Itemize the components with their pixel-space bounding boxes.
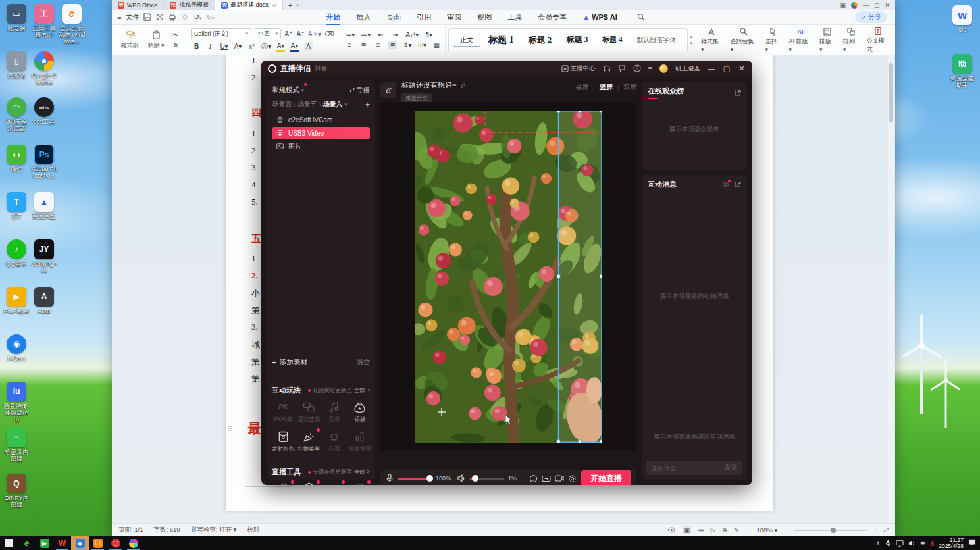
- format-painter-button[interactable]: 格式刷: [118, 30, 141, 50]
- mode-select[interactable]: 常规模式 ▾: [272, 86, 307, 95]
- source-item-图片[interactable]: 图片: [272, 140, 370, 153]
- ribbon-tool-选择[interactable]: 选择 ▾: [762, 27, 785, 53]
- tray-ime-icon[interactable]: ≑: [920, 539, 925, 547]
- ribbon-tab-工具[interactable]: 工具: [500, 10, 530, 25]
- desktop-icon-brown[interactable]: QQINPY内部版: [3, 474, 30, 508]
- taskbar-browser-360[interactable]: e: [18, 536, 36, 550]
- ribbon-tool-排列[interactable]: 排列 ▾: [840, 27, 862, 53]
- font-color-button[interactable]: A▾: [290, 41, 299, 52]
- outdent-button[interactable]: ⇤: [376, 30, 385, 39]
- wps-doc-tab-tpl[interactable]: 找找稿壳模板: [164, 0, 215, 10]
- stream-title[interactable]: 标题还没有想好~: [401, 80, 456, 90]
- style-item[interactable]: 默认段落字体: [631, 34, 683, 46]
- print-icon[interactable]: [168, 13, 176, 21]
- popout-icon[interactable]: [734, 181, 741, 188]
- popout-icon[interactable]: [734, 89, 741, 97]
- tools-all-link[interactable]: 全部 >: [354, 468, 370, 476]
- scene-tab-3[interactable]: 场景六: [323, 100, 343, 109]
- settings-icon[interactable]: [568, 474, 577, 483]
- taskbar-jianying[interactable]: [124, 536, 142, 550]
- tray-sogou-icon[interactable]: S: [930, 539, 934, 547]
- style-item[interactable]: 标题 1: [482, 33, 521, 47]
- ribbon-tab-插入[interactable]: 插入: [348, 10, 378, 25]
- interact-定时红包[interactable]: 定时红包: [271, 430, 296, 453]
- desktop-icon-pc[interactable]: ▭此电脑: [3, 4, 30, 32]
- save-icon[interactable]: [143, 13, 151, 21]
- desktop-icon-wpsw[interactable]: Wuid: [948, 5, 976, 33]
- scene-tab-1[interactable]: 场景四: [272, 100, 292, 109]
- interact-礼物投票[interactable]: 礼物投票: [347, 430, 373, 453]
- justify-button[interactable]: ≣: [388, 41, 397, 49]
- anchor-center-button[interactable]: 主播中心: [561, 64, 596, 73]
- edit-title-icon[interactable]: [459, 82, 466, 89]
- source-item-usb3-video[interactable]: USB3 Video: [272, 127, 370, 139]
- numbering-button[interactable]: ≕▾: [361, 30, 371, 39]
- indent-button[interactable]: ⇥: [391, 30, 400, 39]
- speaker-icon[interactable]: [457, 474, 466, 482]
- zoom-out-button[interactable]: −: [784, 526, 788, 534]
- style-item[interactable]: 正文: [453, 34, 480, 47]
- orientation-竖屏[interactable]: 竖屏: [600, 83, 613, 92]
- text-direction-button[interactable]: A⇄▾: [405, 30, 419, 39]
- feedback-icon[interactable]: [618, 64, 626, 72]
- redo-button[interactable]: ↻▾: [206, 14, 214, 21]
- tool-人气宝箱[interactable]: 人气宝箱: [347, 482, 373, 485]
- taskbar-live-companion[interactable]: ◯: [107, 536, 124, 550]
- undo-button[interactable]: ↺▾: [193, 14, 201, 21]
- eye-icon[interactable]: [667, 527, 676, 533]
- desktop-icon-bin[interactable]: ▯回收站: [3, 51, 30, 79]
- cut-icon[interactable]: ✂: [171, 30, 180, 39]
- taskbar-orange-app[interactable]: ☐: [89, 536, 107, 550]
- superscript-button[interactable]: x²: [247, 42, 256, 51]
- orientation-横屏[interactable]: 横屏: [575, 83, 588, 92]
- source-item-e2esoft-ivcam[interactable]: e2eSoft iVCam: [272, 114, 370, 126]
- ribbon-search-icon[interactable]: [637, 13, 645, 21]
- headset-icon[interactable]: [603, 64, 611, 72]
- minimize-button[interactable]: —: [708, 64, 715, 72]
- desktop-icon-aizb[interactable]: AAIZB: [30, 287, 58, 314]
- desktop-icon-chrome[interactable]: Google Chrome: [30, 51, 58, 86]
- orientation-双屏[interactable]: 双屏: [623, 83, 636, 92]
- preview-video[interactable]: [415, 111, 602, 443]
- ribbon-tab-WPS AI[interactable]: ▲WPS AI: [575, 10, 625, 25]
- zoom-in-button[interactable]: +: [873, 526, 877, 534]
- interact-PK对战[interactable]: PKPK对战: [271, 400, 296, 424]
- ribbon-tab-页面[interactable]: 页面: [378, 10, 409, 25]
- shrink-font-button[interactable]: A⁻: [296, 30, 305, 38]
- desktop-icon-pot[interactable]: ▶PotPlayer: [3, 287, 30, 314]
- edit-mode-icon[interactable]: ✎: [734, 526, 739, 534]
- ribbon-tool-样式集[interactable]: 样式集 ▾: [698, 27, 725, 53]
- interface-mode-icon[interactable]: ▣: [840, 2, 846, 9]
- taskbar-wps[interactable]: W: [53, 536, 71, 550]
- ribbon-tab-会员专享[interactable]: 会员专享: [530, 10, 575, 25]
- start-stream-button[interactable]: 开始直播: [581, 470, 631, 486]
- add-material-button[interactable]: + 添加素材: [272, 358, 307, 367]
- file-menu-button[interactable]: 文件: [126, 12, 139, 22]
- interact-音乐[interactable]: 音乐: [322, 400, 348, 424]
- wps-doc-tab-doc[interactable]: W最新搭建.docx🗨: [215, 0, 283, 10]
- tray-chevron-icon[interactable]: ∧: [876, 540, 881, 547]
- interact-礼物菜单[interactable]: 礼物菜单: [296, 430, 322, 453]
- ribbon-tab-引用[interactable]: 引用: [409, 10, 439, 25]
- tray-clock[interactable]: 21:27 2025/4/28: [939, 538, 964, 549]
- interact-福袋[interactable]: ★福袋: [347, 400, 373, 424]
- microphone-icon[interactable]: [386, 474, 394, 483]
- clear-format-button[interactable]: ⌫: [324, 30, 334, 38]
- sticker-icon[interactable]: [529, 474, 538, 483]
- wps-doc-tab-home[interactable]: WWPS Office: [112, 0, 164, 10]
- style-item[interactable]: 标题 2: [522, 33, 559, 47]
- preview-icon[interactable]: [181, 13, 189, 21]
- taskbar-start[interactable]: [0, 536, 18, 550]
- tray-speaker-icon[interactable]: [908, 540, 916, 547]
- desktop-icon-ps[interactable]: PsAdobe Photosho...: [30, 145, 58, 179]
- interact-心愿[interactable]: 心愿: [322, 430, 348, 453]
- tool-互动工具[interactable]: 互动工具: [322, 482, 348, 485]
- chat-input[interactable]: [651, 464, 721, 472]
- text-effects-button[interactable]: A✧▾: [308, 30, 321, 38]
- interact-all-link[interactable]: 全部 >: [354, 387, 370, 395]
- new-tab-button[interactable]: +: [288, 1, 292, 9]
- phonetic-button[interactable]: Ⓐ▾: [261, 42, 271, 51]
- desktop-icon-jy[interactable]: JYJianyingPro: [30, 239, 58, 274]
- page-view-icon[interactable]: ▣: [683, 526, 691, 534]
- highlight-button[interactable]: A▾: [276, 41, 285, 52]
